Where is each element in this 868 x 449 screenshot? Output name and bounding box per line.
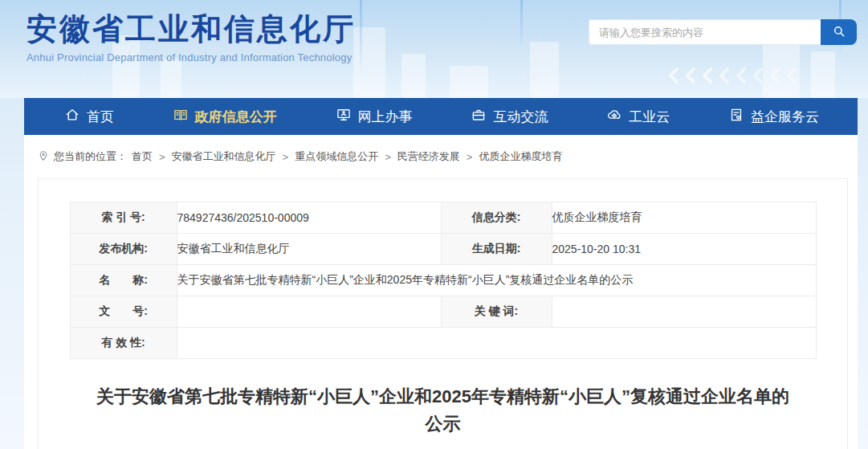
table-row: 文 号: 关 键 词: (70, 296, 816, 328)
breadcrumb-separator: > (159, 151, 165, 163)
monitor-icon (336, 107, 352, 127)
validity-label: 有 效 性: (70, 328, 177, 359)
search-input[interactable] (589, 19, 821, 45)
site-brand: 安徽省工业和信息化厅 Anhui Provincial Department o… (26, 11, 356, 63)
chevron-left-icon (736, 67, 747, 84)
nav-item-online-services[interactable]: 网上办事 (336, 107, 413, 127)
generation-date-label: 生成日期: (441, 234, 552, 265)
chevron-left-icon (786, 67, 797, 84)
document-panel: 索 引 号: 784927436/202510-00009 信息分类: 优质企业… (38, 178, 848, 449)
building-shape (530, 42, 559, 98)
chevron-left-icon (769, 67, 780, 84)
decorative-chevrons (668, 67, 797, 84)
site-subtitle-en: Anhui Provincial Department of Industry … (26, 51, 356, 63)
nav-item-gov-info[interactable]: 政府信息公开 (173, 107, 277, 127)
nav-item-interaction[interactable]: 互动交流 (471, 107, 548, 127)
chevron-left-icon (668, 67, 679, 84)
index-number-value: 784927436/202510-00009 (177, 202, 441, 234)
cloud-gear-icon (606, 107, 622, 127)
site-title: 安徽省工业和信息化厅 (26, 11, 356, 47)
nav-item-label: 网上办事 (358, 108, 413, 126)
article-title: 关于安徽省第七批专精特新“小巨人”企业和2025年专精特新“小巨人”复核通过企业… (96, 383, 789, 438)
issuing-agency-label: 发布机构: (70, 234, 177, 265)
breadcrumb-separator: > (385, 151, 391, 163)
breadcrumb-item-home[interactable]: 首页 (132, 149, 153, 164)
search-button[interactable] (821, 19, 857, 45)
index-number-label: 索 引 号: (70, 202, 177, 234)
open-book-icon (173, 107, 189, 127)
table-row: 发布机构: 安徽省工业和信息化厅 生成日期: 2025-10-20 10:31 (70, 234, 816, 265)
building-shape (401, 54, 426, 98)
breadcrumb: 您当前的位置： 首页 > 安徽省工业和信息化厅 > 重点领域信息公开 > 民营经… (38, 149, 858, 164)
nav-item-enterprise-service-cloud[interactable]: 益企服务云 (728, 107, 819, 127)
location-pin-icon (38, 150, 49, 164)
breadcrumb-separator: > (467, 151, 473, 163)
keywords-label: 关 键 词: (441, 296, 552, 328)
search-bar (589, 19, 857, 45)
light-beam (520, 0, 523, 48)
nav-item-label: 益企服务云 (751, 108, 819, 126)
generation-date-value: 2025-10-20 10:31 (552, 234, 816, 265)
document-number-value (177, 296, 441, 328)
nav-item-label: 互动交流 (493, 108, 548, 126)
info-category-label: 信息分类: (441, 202, 552, 234)
light-beam (360, 0, 362, 72)
home-icon (64, 107, 80, 127)
briefcase-icon (471, 107, 487, 127)
search-icon (832, 24, 846, 41)
chevron-left-icon (702, 67, 713, 84)
nav-item-label: 工业云 (629, 108, 670, 126)
breadcrumb-item-dept[interactable]: 安徽省工业和信息化厅 (172, 149, 276, 164)
building-shape (353, 27, 385, 98)
nav-item-home[interactable]: 首页 (64, 107, 114, 127)
breadcrumb-separator: > (283, 151, 289, 163)
nav-item-label: 政府信息公开 (195, 108, 277, 126)
breadcrumb-item-private-economy[interactable]: 民营经济发展 (397, 149, 460, 164)
keywords-value (552, 296, 816, 328)
building-shape (811, 51, 835, 98)
breadcrumb-item-enterprise-cultivation[interactable]: 优质企业梯度培育 (479, 149, 562, 164)
table-row: 有 效 性: (70, 328, 816, 359)
breadcrumb-prefix: 您当前的位置： (54, 149, 127, 164)
nav-item-label: 首页 (87, 108, 114, 126)
table-row: 名 称: 关于安徽省第七批专精特新“小巨人”企业和2025年专精特新“小巨人”复… (70, 265, 816, 296)
main-nav: 首页 政府信息公开 网上办事 互动交流 (24, 98, 858, 135)
info-category-value: 优质企业梯度培育 (552, 202, 816, 234)
document-number-label: 文 号: (70, 296, 177, 328)
chevron-left-icon (719, 67, 730, 84)
chevron-left-icon (685, 67, 696, 84)
document-name-value: 关于安徽省第七批专精特新“小巨人”企业和2025年专精特新“小巨人”复核通过企业… (177, 265, 816, 296)
building-shape (450, 66, 488, 98)
validity-value (177, 328, 816, 359)
main-content: 您当前的位置： 首页 > 安徽省工业和信息化厅 > 重点领域信息公开 > 民营经… (24, 135, 858, 449)
document-info-table: 索 引 号: 784927436/202510-00009 信息分类: 优质企业… (70, 202, 817, 359)
breadcrumb-item-key-info[interactable]: 重点领域信息公开 (295, 149, 378, 164)
header-banner: 安徽省工业和信息化厅 Anhui Provincial Department o… (0, 0, 868, 98)
chevron-left-icon (752, 67, 764, 84)
doc-heart-icon (728, 107, 744, 127)
document-name-label: 名 称: (70, 265, 177, 296)
nav-item-industrial-cloud[interactable]: 工业云 (606, 107, 670, 127)
building-shape (161, 59, 181, 98)
issuing-agency-value: 安徽省工业和信息化厅 (177, 234, 441, 265)
table-row: 索 引 号: 784927436/202510-00009 信息分类: 优质企业… (70, 202, 816, 234)
